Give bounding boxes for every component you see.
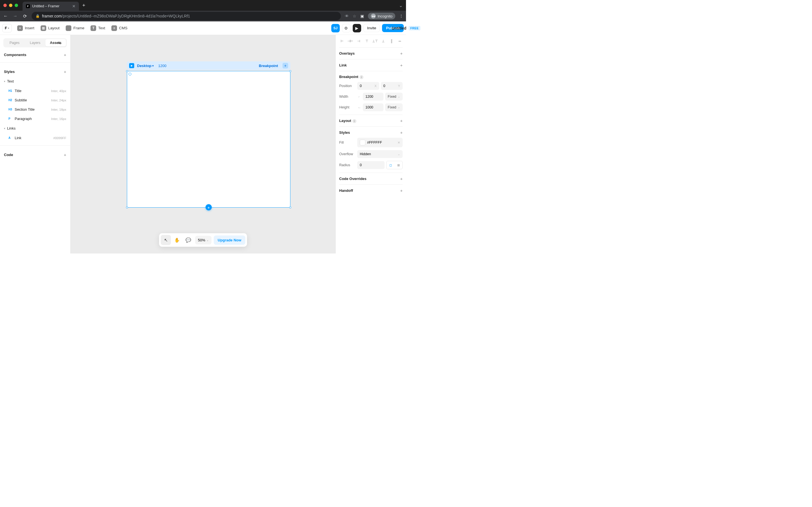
frame-button[interactable]: Frame — [63, 24, 87, 33]
components-section[interactable]: Components + — [3, 50, 67, 58]
resize-handle-tl[interactable] — [126, 70, 128, 72]
canvas[interactable]: ▶ Desktop▾ 1200 Breakpoint + + ↖ ✋ 💬 50%… — [70, 35, 336, 253]
handoff-section[interactable]: Handoff + — [339, 188, 403, 193]
hand-tool[interactable]: ✋ — [172, 235, 182, 245]
height-input[interactable]: 1000 — [363, 103, 384, 111]
distribute-v-icon[interactable]: ═ — [397, 38, 403, 44]
overlays-section[interactable]: Overlays + — [339, 51, 403, 56]
radius-mode-toggle[interactable]: ◻ ⊞ — [386, 161, 403, 169]
text-styles-group[interactable]: ▾ Text — [3, 77, 67, 85]
document-title[interactable]: Untitled FREE — [392, 26, 406, 31]
height-mode-select[interactable]: Fixed⌄ — [385, 103, 403, 111]
add-code-button[interactable]: + — [64, 152, 66, 157]
comment-tool[interactable]: 💬 — [183, 235, 193, 245]
add-handoff-button[interactable]: + — [400, 188, 403, 193]
style-row-link[interactable]: A Link #0099FF — [3, 134, 67, 142]
add-section-button[interactable]: + — [206, 204, 212, 210]
link-section[interactable]: Link + — [339, 63, 403, 68]
window-controls — [3, 4, 18, 7]
forward-button[interactable]: → — [12, 13, 18, 18]
back-button[interactable]: ← — [3, 13, 8, 18]
select-tool[interactable]: ↖ — [161, 235, 171, 245]
breakpoint-label[interactable]: Breakpoint — [259, 64, 278, 68]
minimize-window-button[interactable] — [9, 4, 12, 7]
fill-input[interactable]: #FFFFFF ✕ — [357, 138, 403, 147]
align-bottom-icon[interactable]: ⊥ — [380, 38, 386, 44]
add-component-button[interactable]: + — [64, 52, 66, 57]
styles-section[interactable]: Styles + — [3, 66, 67, 75]
link-dimensions-icon[interactable]: ⌙ — [357, 106, 361, 109]
distribute-h-icon[interactable]: ║ — [389, 38, 395, 44]
add-style-button[interactable]: + — [64, 69, 66, 74]
add-overlay-button[interactable]: + — [400, 51, 403, 56]
invite-button[interactable]: Invite — [363, 24, 380, 32]
link-dimensions-icon[interactable]: ⌐ — [357, 95, 361, 98]
layout-button[interactable]: ⊞Layout — [38, 24, 62, 33]
style-row-title[interactable]: H1 Title Inter, 40px — [3, 87, 67, 94]
width-input[interactable]: 1200 — [363, 93, 384, 101]
position-x-input[interactable]: 0X — [357, 82, 379, 90]
tab-pages[interactable]: Pages — [4, 39, 25, 47]
preview-button[interactable]: ▶ — [353, 24, 361, 33]
framer-menu-button[interactable]: F ▾ — [2, 24, 12, 33]
layout-section[interactable]: Layouti + — [339, 118, 403, 123]
eye-off-icon[interactable]: 👁 — [345, 14, 349, 18]
upgrade-button[interactable]: Upgrade Now — [214, 235, 245, 245]
code-overrides-section[interactable]: Code Overrides + — [339, 176, 403, 181]
settings-button[interactable]: ⚙ — [342, 24, 350, 33]
color-swatch[interactable] — [360, 140, 365, 145]
zoom-selector[interactable]: 50% ⌄ — [195, 236, 211, 244]
add-breakpoint-button[interactable]: + — [283, 63, 288, 68]
align-top-icon[interactable]: ⊤ — [364, 38, 370, 44]
width-mode-select[interactable]: Fixed⌄ — [385, 93, 403, 101]
code-section[interactable]: Code + — [3, 150, 67, 158]
resize-handle-bl[interactable] — [126, 207, 128, 209]
user-avatar[interactable]: SJ — [331, 24, 340, 33]
close-tab-icon[interactable]: ✕ — [72, 4, 75, 8]
links-styles-group[interactable]: ▾ Links — [3, 124, 67, 132]
components-label: Components — [4, 53, 26, 57]
align-center-h-icon[interactable]: ⊣⊢ — [347, 38, 353, 44]
add-style-prop-button[interactable]: + — [400, 130, 403, 135]
radius-input[interactable]: 0 — [357, 161, 385, 169]
chevron-down-icon: ⌄ — [398, 106, 400, 109]
info-icon[interactable]: i — [359, 75, 363, 79]
style-row-paragraph[interactable]: P Paragraph Inter, 16px — [3, 115, 67, 122]
new-tab-button[interactable]: + — [82, 3, 86, 8]
frame-header[interactable]: ▶ Desktop▾ 1200 Breakpoint + — [127, 61, 290, 70]
tab-layers[interactable]: Layers — [25, 39, 45, 47]
device-selector[interactable]: Desktop▾ — [137, 64, 154, 68]
close-window-button[interactable] — [3, 4, 7, 7]
overflow-select[interactable]: Hidden ⌄ — [357, 150, 403, 158]
cms-button[interactable]: ≡CMS — [109, 24, 130, 33]
panel-icon[interactable]: ▣ — [360, 14, 364, 18]
add-link-button[interactable]: + — [400, 63, 403, 68]
expand-tabs-icon[interactable]: ⌄ — [399, 3, 403, 8]
align-center-v-icon[interactable]: ⊥⊤ — [372, 38, 378, 44]
style-row-section-title[interactable]: H3 Section Title Inter, 18px — [3, 106, 67, 113]
info-icon[interactable]: i — [352, 119, 356, 123]
add-layout-button[interactable]: + — [400, 118, 403, 123]
tab-assets[interactable]: Assets — [45, 39, 66, 47]
resize-handle-br[interactable] — [289, 207, 291, 209]
align-left-icon[interactable]: ⊢ — [339, 38, 345, 44]
maximize-window-button[interactable] — [15, 4, 18, 7]
frame-play-icon[interactable]: ▶ — [129, 63, 134, 68]
browser-menu-icon[interactable]: ⋮ — [399, 14, 403, 18]
radius-uniform-icon[interactable]: ◻ — [387, 161, 395, 169]
resize-handle-tr[interactable] — [289, 70, 291, 72]
clear-fill-icon[interactable]: ✕ — [398, 141, 400, 145]
align-right-icon[interactable]: ⊣ — [356, 38, 361, 44]
add-override-button[interactable]: + — [400, 176, 403, 181]
browser-tab[interactable]: F Untitled – Framer ✕ — [22, 2, 79, 11]
position-y-input[interactable]: 0Y — [381, 82, 403, 90]
style-row-subtitle[interactable]: H2 Subtitle Inter, 24px — [3, 97, 67, 104]
styles-section[interactable]: Styles + — [339, 130, 403, 135]
selected-frame[interactable]: + — [127, 71, 290, 208]
radius-individual-icon[interactable]: ⊞ — [395, 161, 402, 169]
url-input[interactable]: 🔒 framer.com/projects/Untitled--mZ98oDWa… — [32, 12, 341, 20]
insert-button[interactable]: +Insert — [15, 24, 37, 33]
text-button[interactable]: TText — [88, 24, 108, 33]
bookmark-icon[interactable]: ☆ — [353, 14, 356, 18]
reload-button[interactable]: ⟳ — [22, 13, 28, 19]
